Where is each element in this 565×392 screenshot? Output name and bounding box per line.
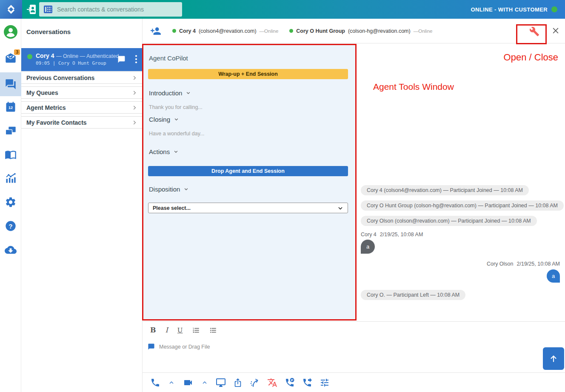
screen-share-icon[interactable] [216,378,226,388]
message-input[interactable]: Message or Drag File [148,343,210,350]
copilot-title: Agent CoPilot [149,54,188,62]
message-bubble-left: a [361,240,375,254]
participant-name: Cory O Hunt Group [296,28,345,34]
sidebar-item-my-queues[interactable]: My Queues [21,86,143,99]
online-dot [27,54,32,59]
sidebar-item-agent-metrics[interactable]: Agent Metrics [21,101,143,114]
left-icon-rail: 3 12 [0,19,21,392]
introduction-preview: Thank you for calling... [149,104,203,110]
online-dot [289,29,293,33]
open-contact-directory-icon[interactable] [26,4,38,15]
system-message: Cory O Hunt Group (colson-hg@revation.co… [361,200,564,211]
disposition-section-toggle[interactable]: Disposition [149,186,189,193]
agent-copilot-panel: Agent CoPilot Wrap-up + End Session Intr… [143,45,355,319]
translate-icon[interactable] [267,378,277,388]
drop-agent-end-session-button[interactable]: Drop Agent and End Session [148,166,348,176]
call-toolbar: P [150,378,330,388]
chevron-down-icon [173,116,180,123]
bold-button[interactable]: B [150,326,156,334]
sidebar-item-calendar[interactable]: 12 [0,97,21,118]
file-upload-icon[interactable] [233,378,243,388]
italic-button[interactable]: I [166,326,168,334]
online-dot [172,29,176,33]
section-label: My Queues [26,89,58,96]
conversations-panel: Conversations Cory 4 — Online — Authenti… [21,19,143,392]
presence-status[interactable]: ONLINE - WITH CUSTOMER [471,0,557,19]
introduction-section-toggle[interactable]: Introduction [149,89,191,97]
agent-tools-wrench-icon[interactable] [529,26,539,37]
chat-header: Cory 4 (colson4@revation.com) —Online Co… [143,19,565,43]
audio-settings-icon[interactable] [320,378,330,388]
app-logo[interactable] [0,0,22,19]
video-options-caret-icon[interactable] [201,379,208,386]
svg-text:P: P [291,378,294,382]
video-call-icon[interactable] [183,378,194,388]
disposition-label: Disposition [149,186,180,193]
sidebar-item-profile[interactable] [0,21,21,43]
participant-email: (colson4@revation.com) [199,28,257,34]
smart-transfer-icon[interactable] [250,378,260,388]
chevron-right-icon [131,105,137,111]
inbox-badge: 3 [14,49,20,55]
sidebar-item-windows[interactable] [0,120,21,141]
sidebar-item-metrics[interactable] [0,168,21,189]
system-message: Cory O. — Participant Left — 10:08 AM [361,290,465,300]
chevron-down-icon [337,205,343,211]
disposition-selected-value: Please select... [153,205,191,211]
conversations-title: Conversations [26,28,71,35]
phone-call-icon[interactable] [150,378,160,388]
active-conversation-row[interactable]: Cory 4 — Online — Authenticated 09:05 | … [21,48,143,71]
message-sender: Cory 4 [361,232,377,237]
participant-status: —Online [260,29,279,34]
closing-label: Closing [149,116,170,123]
active-conversation-name: Cory 4 [36,52,54,59]
chevron-down-icon [183,186,189,192]
close-icon[interactable] [551,26,560,35]
sidebar-item-inbox[interactable]: 3 [0,48,21,69]
format-toolbar: B I U [150,326,217,334]
active-conversation-meta: 09:05 | Cory O Hunt Group [36,60,106,66]
conversation-more-icon[interactable] [135,54,137,64]
disposition-select[interactable]: Please select... [148,203,348,213]
scroll-up-button[interactable] [543,347,564,370]
open-book-icon [5,149,17,160]
sidebar-item-help[interactable]: ? [0,215,21,237]
introduction-label: Introduction [149,89,182,97]
layers-windows-icon [5,125,17,137]
sidebar-item-settings[interactable] [0,192,21,213]
wrapup-end-session-button[interactable]: Wrap-up + End Session [148,69,348,79]
underline-button[interactable]: U [177,326,183,334]
add-participant-icon[interactable] [150,26,161,37]
participant-status: —Online [414,29,433,34]
chevron-right-icon [131,120,137,126]
message-meta-right: Cory Olson2/19/25, 10:08 AM [487,261,560,267]
sidebar-item-previous-conversations[interactable]: Previous Conversations [21,72,143,84]
calendar-day-label: 12 [0,106,21,110]
phone-transfer-icon[interactable] [302,378,312,388]
sidebar-item-conversations[interactable] [0,72,21,96]
closing-section-toggle[interactable]: Closing [149,116,180,123]
message-input-placeholder: Message or Drag File [159,344,210,350]
search-input[interactable] [57,6,178,13]
cloud-download-icon [5,244,17,256]
composer-divider [143,321,565,322]
message-meta-left: Cory 42/19/25, 10:08 AM [361,232,423,237]
section-label: Previous Conversations [26,74,94,81]
sidebar-item-downloads[interactable] [0,239,21,260]
phone-park-icon[interactable]: P [285,378,295,388]
annotation-agent-tools-window: Agent Tools Window [373,82,454,92]
message-history: Cory 4 (colson4@revation.com) — Particip… [361,185,560,300]
chevron-down-icon [185,90,191,96]
message-sender: Cory Olson [487,261,514,267]
search-bar[interactable] [39,2,182,17]
bullet-list-icon[interactable] [209,326,217,334]
participant-cory4: Cory 4 (colson4@revation.com) —Online [172,28,278,34]
ordered-list-icon[interactable] [192,326,200,334]
conversation-chat-icon[interactable] [117,55,126,63]
actions-section-toggle[interactable]: Actions [149,148,179,155]
sidebar-item-my-favorite-contacts[interactable]: My Favorite Contacts [21,116,143,129]
message-timestamp: 2/19/25, 10:08 AM [517,261,560,267]
sidebar-item-knowledge-book[interactable] [0,144,21,165]
gear-icon [5,196,17,208]
phone-options-caret-icon[interactable] [168,379,175,386]
